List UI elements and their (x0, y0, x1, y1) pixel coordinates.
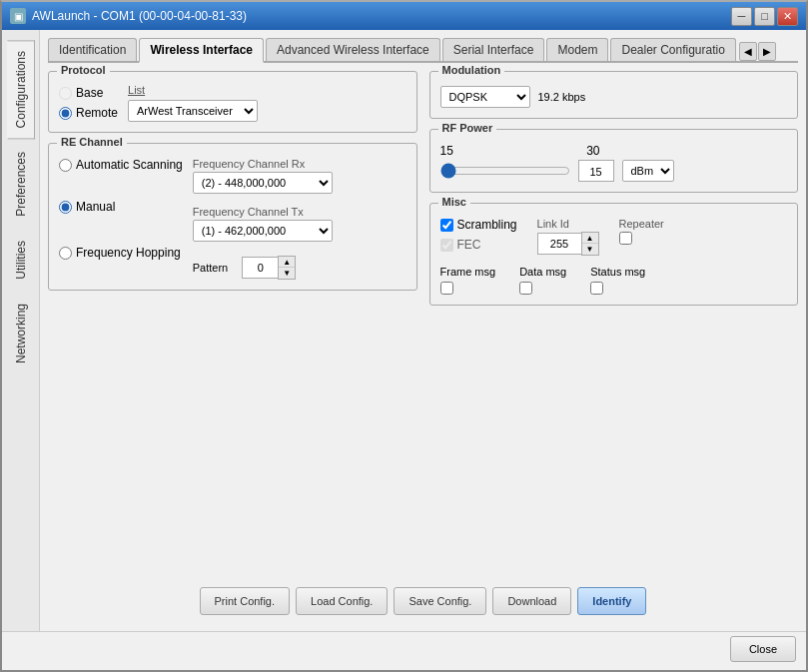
tab-serial-interface[interactable]: Serial Interface (442, 38, 545, 61)
print-config-button[interactable]: Print Config. (200, 587, 291, 615)
top-row: Protocol Base Remote (48, 71, 798, 306)
rf-selects: Frequency Channel Rx (2) - 448,000,000 F… (193, 158, 333, 280)
protocol-remote-row: Remote (59, 106, 118, 120)
protocol-radios: Base Remote (59, 84, 118, 120)
status-msg-checkbox[interactable] (590, 282, 603, 295)
modulation-select[interactable]: DQPSK (440, 86, 530, 108)
scrambling-row: Scrambling (440, 218, 517, 232)
scrambling-checkbox[interactable] (440, 219, 453, 232)
maximize-button[interactable]: □ (754, 7, 775, 26)
tab-dealer-config[interactable]: Dealer Configuratio (610, 38, 735, 61)
scrambling-label: Scrambling (457, 218, 517, 232)
freq-tx-select[interactable]: (1) - 462,000,000 (193, 220, 333, 242)
left-col: Protocol Base Remote (48, 71, 417, 306)
sidebar-item-utilities[interactable]: Utilities (7, 230, 35, 291)
window-title: AWLaunch - COM1 (00-00-04-00-81-33) (32, 9, 247, 23)
list-label: List (128, 84, 258, 96)
manual-radio[interactable] (59, 201, 72, 214)
tab-identification[interactable]: Identification (48, 38, 137, 61)
freq-rx-select[interactable]: (2) - 448,000,000 (193, 172, 333, 194)
link-id-input[interactable] (537, 233, 581, 255)
protocol-remote-label: Remote (76, 106, 118, 120)
protocol-remote-radio[interactable] (59, 107, 72, 120)
load-config-button[interactable]: Load Config. (296, 587, 388, 615)
power-max-label: 30 (586, 144, 599, 158)
tab-scroll-left[interactable]: ◀ (739, 42, 757, 61)
automatic-scanning-label: Automatic Scanning (76, 158, 183, 172)
slider-row: 15 dBm mW (440, 160, 788, 182)
fec-label: FEC (457, 238, 481, 252)
pattern-label: Pattern (193, 262, 228, 274)
freq-tx-row: Frequency Channel Tx (1) - 462,000,000 (193, 206, 333, 242)
rf-power-slider[interactable] (440, 162, 570, 180)
protocol-base-radio[interactable] (59, 87, 72, 100)
sidebar-item-configurations[interactable]: Configurations (7, 40, 35, 139)
power-value: 15 (578, 160, 614, 182)
main-window: ▣ AWLaunch - COM1 (00-00-04-00-81-33) ─ … (0, 0, 808, 672)
repeater-checkbox[interactable] (619, 232, 632, 245)
manual-label: Manual (76, 200, 115, 214)
data-msg-item: Data msg (519, 266, 566, 295)
footer: Close (2, 631, 806, 670)
identify-button[interactable]: Identify (577, 587, 646, 615)
close-button[interactable]: Close (730, 636, 796, 662)
pattern-up-btn[interactable]: ▲ (279, 257, 295, 268)
link-id-spinner-row: ▲ ▼ (537, 232, 599, 256)
repeater-section: Repeater (619, 218, 664, 245)
link-id-up-btn[interactable]: ▲ (582, 233, 598, 244)
freq-hop-radio[interactable] (59, 247, 72, 260)
link-id-down-btn[interactable]: ▼ (582, 244, 598, 255)
rf-options: Automatic Scanning Manual Frequency Hopp… (59, 158, 183, 260)
freq-hop-row-radio: Frequency Hopping (59, 246, 183, 260)
repeater-label: Repeater (619, 218, 664, 230)
fec-checkbox[interactable] (440, 239, 453, 252)
manual-row: Manual (59, 200, 183, 214)
modulation-speed: 19.2 kbps (538, 91, 586, 103)
rf-channel-label: RE Channel (57, 136, 127, 148)
rf-power-content: 15 30 15 dBm mW (440, 144, 788, 182)
rf-channel-group: RE Channel Automatic Scanning (48, 143, 417, 291)
close-window-button[interactable]: ✕ (777, 7, 798, 26)
link-id-label: Link Id (537, 218, 599, 230)
protocol-list-section: List ArWest Transceiver (128, 84, 258, 122)
freq-tx-label: Frequency Channel Tx (193, 206, 333, 218)
modulation-row: DQPSK 19.2 kbps (440, 86, 788, 108)
minimize-button[interactable]: ─ (731, 7, 752, 26)
tab-modem[interactable]: Modem (546, 38, 608, 61)
freq-hop-label: Frequency Hopping (76, 246, 181, 260)
automatic-scanning-row: Automatic Scanning (59, 158, 183, 172)
pattern-down-btn[interactable]: ▼ (279, 268, 295, 279)
app-icon: ▣ (10, 8, 26, 24)
titlebar: ▣ AWLaunch - COM1 (00-00-04-00-81-33) ─ … (2, 2, 806, 30)
titlebar-buttons: ─ □ ✕ (731, 7, 798, 26)
download-button[interactable]: Download (492, 587, 571, 615)
sidebar: Configurations Preferences Utilities Net… (2, 30, 40, 631)
msg-row: Frame msg Data msg Status msg (440, 266, 788, 295)
power-unit-select[interactable]: dBm mW (622, 160, 674, 182)
panel-content: Protocol Base Remote (48, 71, 798, 577)
misc-row: Scrambling FEC Link Id (440, 218, 788, 256)
automatic-scanning-radio[interactable] (59, 159, 72, 172)
slider-labels: 15 30 (440, 144, 600, 158)
tab-scroll-right[interactable]: ▶ (758, 42, 776, 61)
save-config-button[interactable]: Save Config. (394, 587, 486, 615)
protocol-label: Protocol (57, 64, 110, 76)
protocol-list-select[interactable]: ArWest Transceiver (128, 100, 258, 122)
rf-power-group: RF Power 15 30 15 dBm (429, 129, 799, 193)
data-msg-checkbox[interactable] (519, 282, 532, 295)
modulation-label: Modulation (438, 64, 505, 76)
sidebar-item-networking[interactable]: Networking (7, 293, 35, 374)
misc-label: Misc (438, 196, 470, 208)
fec-row: FEC (440, 238, 517, 252)
protocol-group: Protocol Base Remote (48, 71, 417, 133)
status-msg-item: Status msg (590, 266, 645, 295)
frame-msg-checkbox[interactable] (440, 282, 453, 295)
sidebar-item-preferences[interactable]: Preferences (7, 141, 35, 228)
tab-advanced-wireless[interactable]: Advanced Wireless Interface (266, 38, 440, 61)
tab-wireless-interface[interactable]: Wireless Interface (139, 38, 264, 63)
pattern-row: Pattern ▲ ▼ (193, 256, 333, 280)
protocol-content: Base Remote List (59, 84, 406, 122)
pattern-input[interactable] (242, 257, 278, 279)
frame-msg-label: Frame msg (440, 266, 496, 278)
link-id-section: Link Id ▲ ▼ (537, 218, 599, 256)
